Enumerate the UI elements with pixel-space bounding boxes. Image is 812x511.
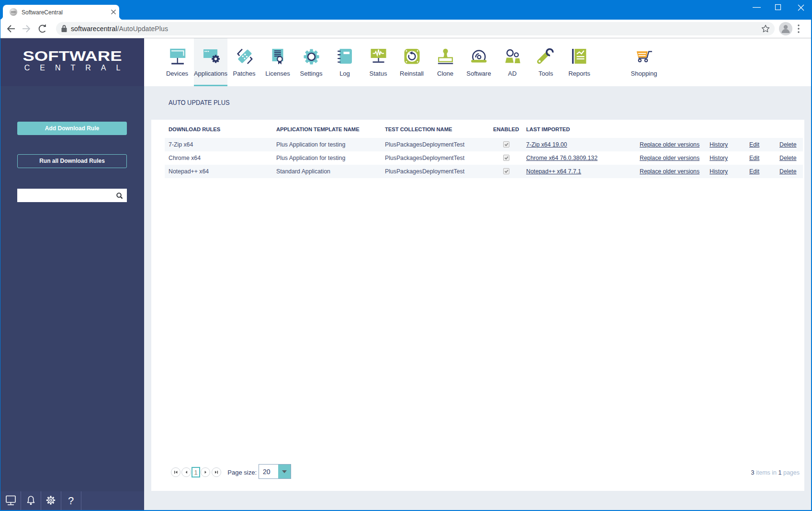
svg-text:?: ? bbox=[68, 495, 74, 507]
